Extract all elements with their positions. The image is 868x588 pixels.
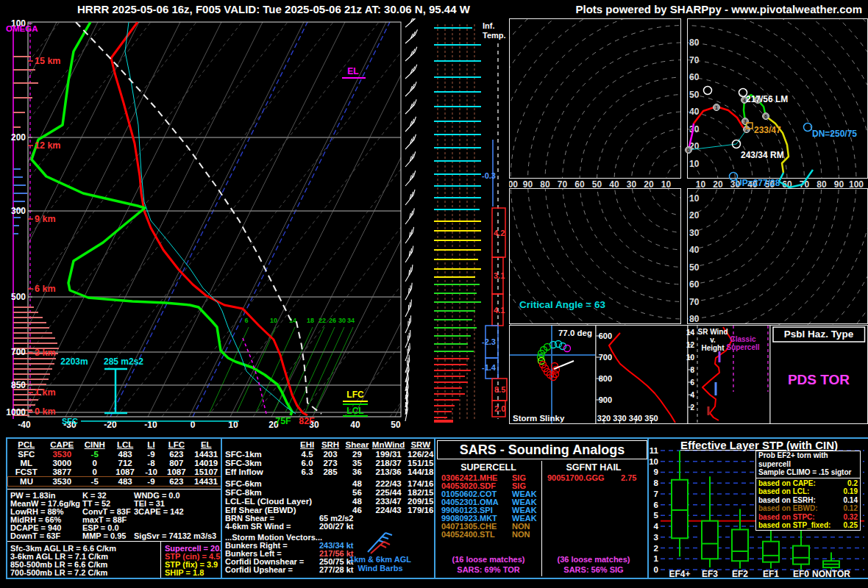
wind-speed-profile-column bbox=[433, 18, 481, 427]
stp-category-label: EF0 bbox=[793, 569, 809, 578]
thetae-pressure-label: 900 bbox=[599, 395, 612, 404]
stp-legend: Prob EF2+ torn with supercell Sample CLI… bbox=[755, 451, 861, 531]
table-row: SFC3530-5483-962314431 bbox=[8, 450, 222, 459]
hodograph-panel: 1009080706050403020101020304050607080901… bbox=[509, 18, 868, 424]
wind-barb bbox=[399, 330, 417, 348]
col-header: CAPE bbox=[45, 439, 79, 450]
mixing-ratio-label: 18 bbox=[307, 317, 314, 324]
wind-barb bbox=[402, 151, 419, 167]
wind-barb bbox=[402, 99, 419, 114]
ring-label: 20 bbox=[689, 210, 700, 220]
wind-barb bbox=[399, 315, 417, 333]
stp-ytick-label: 2 bbox=[654, 544, 658, 553]
ring-label: 100 bbox=[509, 179, 518, 190]
stp-category-label: EF2 bbox=[732, 569, 748, 578]
stp-box bbox=[732, 530, 748, 562]
thetae-pressure-label: 700 bbox=[599, 353, 612, 362]
wind-barb-icon bbox=[360, 526, 396, 556]
stp-ytick-label: 1 bbox=[654, 554, 659, 563]
omega-label: OMEGA bbox=[6, 24, 38, 33]
dry-adiabat-line bbox=[0, 22, 14, 417]
srwind-title-1: SR Wind bbox=[697, 328, 728, 336]
table-row: SFC-3km6.027335218/37151/15 bbox=[222, 459, 435, 467]
advection-value: -0.3 bbox=[482, 171, 496, 180]
advection-value: -2.3 bbox=[482, 337, 496, 346]
hazard-value: PDS TOR bbox=[788, 372, 850, 387]
col-header: EL bbox=[191, 439, 221, 450]
ring-label: 80 bbox=[817, 179, 827, 190]
mixing-ratio-line bbox=[256, 327, 295, 412]
legend-label: based on EBWD: bbox=[758, 504, 818, 513]
isotherm-line bbox=[189, 22, 386, 417]
ring-label: 40 bbox=[689, 107, 700, 117]
storm-motion-marker bbox=[704, 87, 712, 95]
sars-match-id: 04052400.STL bbox=[441, 530, 495, 539]
dry-adiabat-line bbox=[116, 22, 424, 417]
surface-dewpoint-label: 75F bbox=[275, 416, 291, 426]
hazard-title: Psbl Haz. Type bbox=[784, 329, 854, 340]
ring-label: 20 bbox=[713, 179, 723, 190]
stp-ytick-label: 7 bbox=[654, 490, 658, 498]
wind-barb bbox=[403, 65, 419, 79]
slinky-title: Storm Slinky bbox=[513, 414, 565, 423]
stp-box bbox=[702, 521, 718, 559]
col-header: LFC bbox=[163, 439, 191, 450]
ring-label: 40 bbox=[609, 179, 619, 190]
wind-barb bbox=[403, 29, 419, 43]
mixing-ratio-label: 26 bbox=[329, 317, 336, 324]
parcel-table: PCL CAPE CINH LCL LI LFC EL SFC3530-5483… bbox=[7, 439, 222, 487]
parcel-stats-panel: PCL CAPE CINH LCL LI LFC EL SFC3530-5483… bbox=[6, 437, 224, 579]
corfidi-upshear-label: UP=277/28 bbox=[736, 178, 780, 188]
bunkers-left-marker-label: 217/56 LM bbox=[746, 94, 788, 104]
sars-match-cat: NON bbox=[512, 530, 530, 539]
mixing-ratio-label: 10 bbox=[270, 317, 277, 324]
wind-barb bbox=[403, 47, 419, 61]
barb-caption-1: 1km & 6km AGL bbox=[332, 555, 428, 564]
temperature-axis-label: 50 bbox=[391, 420, 401, 430]
isotherm-line bbox=[0, 22, 180, 417]
pressure-gridlines bbox=[28, 137, 401, 412]
pressure-label: 700 bbox=[11, 347, 26, 357]
mixing-ratio-label: 22 bbox=[319, 317, 326, 324]
sars-hail-match-id: 90051700.GGG bbox=[547, 473, 605, 482]
ring-label: 60 bbox=[689, 72, 700, 82]
ring-label: 30 bbox=[689, 228, 700, 238]
legend-label: based on STP_fixed: bbox=[758, 521, 830, 530]
sars-title: SARS - Sounding Analogs bbox=[437, 440, 647, 459]
table-row: LCL-EL (Cloud Layer)48233/47209/15 bbox=[222, 497, 435, 506]
ring-label: 70 bbox=[689, 297, 700, 307]
advection-value: 4.1 bbox=[494, 306, 505, 315]
pressure-label: 500 bbox=[11, 292, 26, 302]
lapse-rate-value: 700-500mb LR = 7.2 C/km bbox=[10, 568, 107, 577]
advection-value: 3.1 bbox=[494, 271, 505, 280]
temp-advection-column: Inf. Temp. -0.34.23.14.1-2.3-1.48.52.0 bbox=[481, 18, 509, 427]
stp-ytick-label: 4 bbox=[654, 522, 659, 531]
wind-barb bbox=[399, 283, 418, 300]
index-value: MMP = 0.95 bbox=[82, 531, 126, 540]
col-header: LI bbox=[140, 439, 162, 450]
ring-label: 10 bbox=[689, 159, 700, 169]
legend-value: 0.14 bbox=[844, 496, 858, 505]
ring-label: 80 bbox=[540, 179, 550, 190]
isotherm-line bbox=[148, 22, 345, 417]
slinky-angle-label: 77.0 deg bbox=[558, 329, 592, 337]
srwind-title-3: Height bbox=[701, 344, 725, 352]
stp-panel: 01234567891011EF4+EF3EF2EF1EF0NONTOR Eff… bbox=[647, 437, 868, 579]
sr46-label: 4-6km SR Wind = bbox=[225, 522, 319, 531]
legend-title-2: Sample CLIMO = .15 sigtor bbox=[756, 468, 860, 477]
mixing-ratio-label: 6 bbox=[244, 317, 248, 324]
advection-value: 2.0 bbox=[494, 404, 505, 413]
pressure-label: 1000 bbox=[6, 407, 26, 417]
mixing-ratio-line bbox=[296, 327, 335, 412]
wind-barb bbox=[401, 227, 419, 243]
dry-adiabat-line bbox=[390, 22, 433, 417]
dry-adiabat-line bbox=[344, 22, 433, 417]
height-label: 3 km bbox=[35, 348, 56, 358]
ring-label: 60 bbox=[689, 279, 700, 290]
effective-inflow-marker bbox=[104, 369, 127, 413]
classic-supercell-label-1: Classic bbox=[730, 335, 755, 343]
temperature-axis-label: 40 bbox=[350, 420, 360, 430]
lfc-label: LFC bbox=[346, 390, 364, 400]
col-header: LCL bbox=[110, 439, 140, 450]
stp-box bbox=[672, 480, 688, 539]
